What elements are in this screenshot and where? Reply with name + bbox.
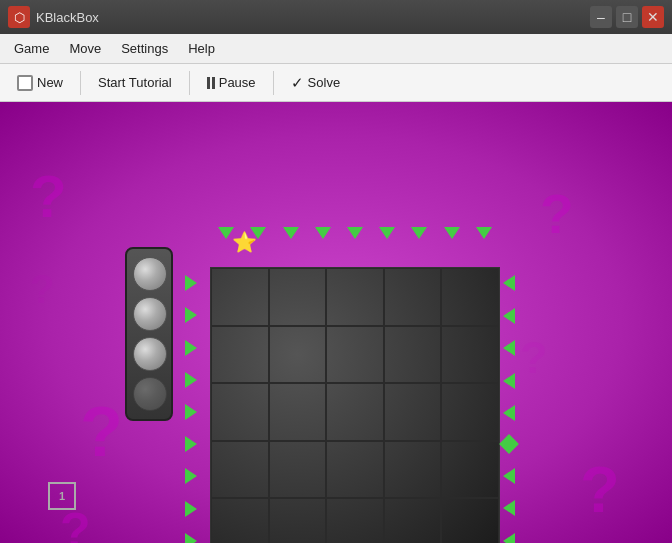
right-arrow-7[interactable] <box>503 468 515 484</box>
top-arrow-8[interactable] <box>444 227 460 239</box>
right-arrow-4[interactable] <box>503 373 515 389</box>
top-arrow-2[interactable] <box>250 227 266 239</box>
left-arrow-7[interactable] <box>185 468 197 484</box>
grid-cell-4-1[interactable] <box>269 498 327 543</box>
left-arrow-3[interactable] <box>185 340 197 356</box>
top-arrow-6[interactable] <box>379 227 395 239</box>
grid-cell-2-3[interactable] <box>384 383 442 441</box>
qmark-4: ? <box>540 182 574 246</box>
left-arrow-2[interactable] <box>185 307 197 323</box>
grid-cell-2-1[interactable] <box>269 383 327 441</box>
grid-cell-0-1[interactable] <box>269 268 327 326</box>
pause-icon <box>207 77 215 89</box>
left-arrow-4[interactable] <box>185 372 197 388</box>
new-checkbox-icon <box>17 75 33 91</box>
top-arrow-7[interactable] <box>411 227 427 239</box>
arrows-right <box>502 267 516 543</box>
grid-cell-3-4[interactable] <box>441 441 499 499</box>
grid-cell-2-2[interactable] <box>326 383 384 441</box>
qmark-6: ? <box>520 332 548 384</box>
minimize-button[interactable]: – <box>590 6 612 28</box>
ball-1[interactable] <box>133 257 167 291</box>
new-button[interactable]: New <box>8 70 72 96</box>
left-arrow-1[interactable] <box>185 275 197 291</box>
right-arrow-1[interactable] <box>503 275 515 291</box>
grid-cell-3-1[interactable] <box>269 441 327 499</box>
grid-cell-1-3[interactable] <box>384 326 442 384</box>
arrows-top <box>210 227 500 239</box>
ball-4-placeholder <box>133 377 167 411</box>
menu-game[interactable]: Game <box>4 37 59 60</box>
right-arrow-2[interactable] <box>503 308 515 324</box>
ball-2[interactable] <box>133 297 167 331</box>
top-arrow-3[interactable] <box>283 227 299 239</box>
top-arrow-5[interactable] <box>347 227 363 239</box>
grid-cell-0-3[interactable] <box>384 268 442 326</box>
qmark-5: ? <box>580 452 620 527</box>
qmark-1: ? <box>30 162 67 231</box>
grid-cell-1-0[interactable] <box>211 326 269 384</box>
maximize-button[interactable]: □ <box>616 6 638 28</box>
left-arrow-9[interactable] <box>185 533 197 543</box>
qmark-7: ? <box>30 267 54 312</box>
menu-settings[interactable]: Settings <box>111 37 178 60</box>
grid-cell-2-0[interactable] <box>211 383 269 441</box>
toolbar-separator-1 <box>80 71 81 95</box>
grid-cell-4-0[interactable] <box>211 498 269 543</box>
arrows-left <box>185 267 197 543</box>
grid-cell-3-0[interactable] <box>211 441 269 499</box>
right-arrow-3[interactable] <box>503 340 515 356</box>
title-bar: ⬡ KBlackBox – □ ✕ <box>0 0 672 34</box>
title-bar-controls: – □ ✕ <box>590 6 664 28</box>
qmark-2: ? <box>80 392 123 472</box>
right-arrow-9[interactable] <box>503 533 515 543</box>
menu-help[interactable]: Help <box>178 37 225 60</box>
top-arrow-1[interactable] <box>218 227 234 239</box>
right-arrow-6[interactable] <box>499 435 519 455</box>
grid-cell-4-4[interactable] <box>441 498 499 543</box>
toolbar: New Start Tutorial Pause ✓ Solve <box>0 64 672 102</box>
window-title: KBlackBox <box>36 10 99 25</box>
right-arrow-8[interactable] <box>503 500 515 516</box>
title-bar-left: ⬡ KBlackBox <box>8 6 99 28</box>
tutorial-label: Start Tutorial <box>98 75 172 90</box>
top-arrow-4[interactable] <box>315 227 331 239</box>
ball-3[interactable] <box>133 337 167 371</box>
new-label: New <box>37 75 63 90</box>
grid-cell-1-1[interactable] <box>269 326 327 384</box>
solve-label: Solve <box>308 75 341 90</box>
grid-cell-1-2[interactable] <box>326 326 384 384</box>
grid-cell-2-4[interactable] <box>441 383 499 441</box>
grid-cell-4-3[interactable] <box>384 498 442 543</box>
solve-icon: ✓ <box>291 74 304 92</box>
grid-cell-3-2[interactable] <box>326 441 384 499</box>
menu-bar: Game Move Settings Help <box>0 34 672 64</box>
grid-cell-0-2[interactable] <box>326 268 384 326</box>
game-grid[interactable] <box>210 267 500 543</box>
left-arrow-6[interactable] <box>185 436 197 452</box>
grid-cell-1-4[interactable] <box>441 326 499 384</box>
grid-cell-3-3[interactable] <box>384 441 442 499</box>
game-area: ? ? ? ? ? ? ? ? ⭐ <box>0 102 672 543</box>
right-arrow-5[interactable] <box>503 405 515 421</box>
menu-move[interactable]: Move <box>59 37 111 60</box>
grid-cell-4-2[interactable] <box>326 498 384 543</box>
close-button[interactable]: ✕ <box>642 6 664 28</box>
left-arrow-5[interactable] <box>185 404 197 420</box>
score-display: 1 <box>48 482 76 510</box>
top-arrow-9[interactable] <box>476 227 492 239</box>
grid-cell-0-0[interactable] <box>211 268 269 326</box>
grid-container[interactable] <box>210 267 500 543</box>
toolbar-separator-3 <box>273 71 274 95</box>
left-arrow-8[interactable] <box>185 501 197 517</box>
tutorial-button[interactable]: Start Tutorial <box>89 70 181 95</box>
app-icon: ⬡ <box>8 6 30 28</box>
toolbar-separator-2 <box>189 71 190 95</box>
grid-cell-0-4[interactable] <box>441 268 499 326</box>
pause-button[interactable]: Pause <box>198 70 265 95</box>
solve-button[interactable]: ✓ Solve <box>282 69 350 97</box>
ball-tray <box>125 247 173 421</box>
pause-label: Pause <box>219 75 256 90</box>
